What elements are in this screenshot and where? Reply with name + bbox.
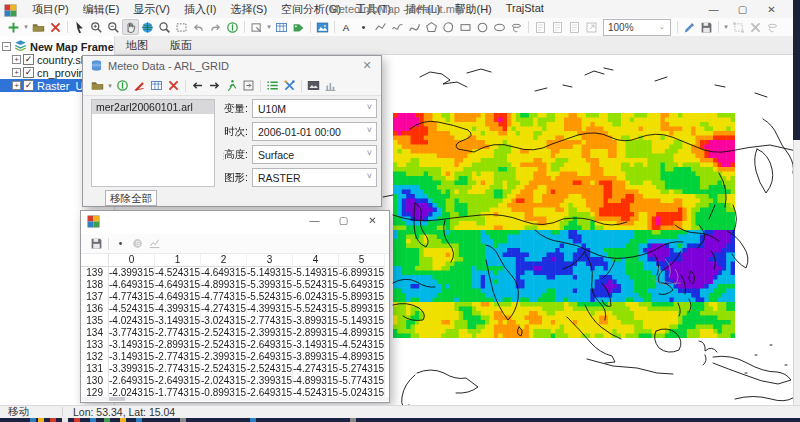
minimize-button[interactable]: —: [699, 0, 728, 18]
table-cell[interactable]: -5.774315: [339, 375, 385, 387]
table-cell[interactable]: -4.899315: [339, 327, 385, 339]
pan-hand-icon[interactable]: [122, 19, 139, 35]
table-cell[interactable]: -4.524315: [155, 267, 201, 279]
rectangle-icon[interactable]: [457, 19, 474, 35]
table-row[interactable]: 130-2.649315-2.649315-2.024315-2.399315-…: [81, 375, 389, 387]
table-row[interactable]: 137-4.774315-4.649315-4.774315-5.524315-…: [81, 291, 389, 303]
circle-icon[interactable]: [474, 19, 491, 35]
menu-item[interactable]: 显示(V): [126, 0, 177, 19]
close-button[interactable]: ✕: [757, 0, 786, 18]
table-cell[interactable]: -2.524315: [201, 339, 247, 351]
table-row[interactable]: 133-3.149315-2.899315-2.524315-2.649315-…: [81, 339, 389, 351]
dropdown-caret-icon[interactable]: ▾: [265, 23, 273, 31]
expander-icon[interactable]: −: [2, 42, 11, 51]
table-cell[interactable]: -3.149315: [109, 351, 155, 363]
column-header[interactable]: 2: [201, 253, 247, 267]
table-cell[interactable]: -2.649315: [155, 375, 201, 387]
table-cell[interactable]: -3.149315: [109, 339, 155, 351]
tab-layout[interactable]: 版面: [159, 36, 203, 55]
maximize-button[interactable]: ▢: [329, 211, 358, 229]
step-forward-icon[interactable]: [240, 78, 257, 94]
table-title-bar[interactable]: — ▢ ✕: [81, 211, 389, 234]
zoom-in-icon[interactable]: [88, 19, 105, 35]
minimize-button[interactable]: —: [300, 211, 329, 229]
save-icon[interactable]: [88, 236, 105, 252]
table-cell[interactable]: -2.399315: [201, 351, 247, 363]
table-cell[interactable]: -2.524315: [201, 363, 247, 375]
table-cell[interactable]: -4.649315: [155, 291, 201, 303]
table-cell[interactable]: -2.899315: [293, 327, 339, 339]
layer-checkbox[interactable]: ✓: [23, 67, 34, 78]
point-small-icon[interactable]: [112, 236, 129, 252]
identify-icon[interactable]: [224, 19, 241, 35]
edit-pencil-icon[interactable]: [681, 19, 698, 35]
page-icon[interactable]: [566, 19, 583, 35]
menu-item[interactable]: TrajStat: [499, 0, 551, 19]
table-cell[interactable]: -2.774315: [247, 315, 293, 327]
table-cell[interactable]: -5.149315: [339, 315, 385, 327]
lasso-icon[interactable]: [508, 19, 525, 35]
table-row[interactable]: 131-3.399315-2.774315-2.524315-2.524315-…: [81, 363, 389, 375]
dropdown-caret-icon[interactable]: ▾: [22, 23, 30, 31]
time-combo[interactable]: 2006-01-01 00:00˅: [252, 122, 377, 141]
file-list-item[interactable]: mer2arl20060101.arl: [92, 100, 214, 114]
tree-root-map-frame[interactable]: −New Map Frame: [0, 40, 115, 53]
table-row[interactable]: 135-4.024315-3.149315-3.024315-2.774315-…: [81, 315, 389, 327]
table-cell[interactable]: -2.649315: [247, 351, 293, 363]
text-a-icon[interactable]: A: [338, 19, 355, 35]
row-header[interactable]: 138: [81, 279, 109, 291]
blob-icon[interactable]: [440, 19, 457, 35]
rect-select-icon[interactable]: [173, 19, 190, 35]
curve-icon[interactable]: [406, 19, 423, 35]
arrow-left-icon[interactable]: [189, 78, 206, 94]
tab-map[interactable]: 地图: [115, 36, 159, 55]
row-header[interactable]: 139: [81, 267, 109, 279]
draw-red-icon[interactable]: [131, 78, 148, 94]
table-cell[interactable]: -4.899315: [201, 279, 247, 291]
ellipse-icon[interactable]: [491, 19, 508, 35]
row-header[interactable]: 133: [81, 339, 109, 351]
row-header[interactable]: 137: [81, 291, 109, 303]
remove-all-button[interactable]: 移除全部: [105, 190, 157, 206]
menu-item[interactable]: 项目(P): [25, 0, 76, 19]
table-row[interactable]: 139-4.399315-4.524315-4.649315-5.149315-…: [81, 267, 389, 279]
select-box-icon[interactable]: [248, 19, 265, 35]
run-man-icon[interactable]: [223, 78, 240, 94]
table-cell[interactable]: -3.774315: [109, 327, 155, 339]
chevron-down-icon[interactable]: ˅: [367, 171, 372, 181]
variable-combo[interactable]: U10M˅: [252, 99, 377, 118]
table-cell[interactable]: -4.524315: [339, 339, 385, 351]
table-cell[interactable]: -2.649315: [247, 339, 293, 351]
table-cell[interactable]: -4.899315: [339, 351, 385, 363]
settings-tools-icon[interactable]: [281, 78, 298, 94]
table-cell[interactable]: -5.149315: [293, 267, 339, 279]
column-header[interactable]: 1: [155, 253, 201, 267]
layer-checkbox[interactable]: ✓: [23, 54, 34, 65]
transform-gray-icon[interactable]: [730, 19, 747, 35]
expander-icon[interactable]: +: [12, 68, 21, 77]
row-header[interactable]: 135: [81, 315, 109, 327]
line-chart-gray-icon[interactable]: [146, 236, 163, 252]
table-cell[interactable]: -5.274315: [339, 363, 385, 375]
s-circle-icon[interactable]: S: [129, 236, 146, 252]
level-combo[interactable]: Surface˅: [252, 145, 377, 164]
table-row[interactable]: 136-4.524315-4.399315-4.274315-4.399315-…: [81, 303, 389, 315]
menu-item[interactable]: 编辑(E): [76, 0, 127, 19]
identify-icon[interactable]: [114, 78, 131, 94]
row-header[interactable]: 134: [81, 327, 109, 339]
table-cell[interactable]: -4.399315: [155, 303, 201, 315]
table-cell[interactable]: -2.649315: [109, 375, 155, 387]
table-cell[interactable]: -5.524315: [247, 291, 293, 303]
chevron-down-icon[interactable]: ˅: [367, 102, 372, 112]
dialog-title-bar[interactable]: Meteo Data - ARL_GRID ✕: [83, 56, 381, 76]
add-layer-icon[interactable]: [5, 19, 22, 35]
file-list[interactable]: mer2arl20060101.arl: [91, 99, 215, 187]
table-cell[interactable]: -2.899315: [155, 339, 201, 351]
remove-gray-icon[interactable]: [747, 19, 764, 35]
scrollbar-thumb[interactable]: [109, 397, 125, 401]
remove-layer-icon[interactable]: [47, 19, 64, 35]
table-cell[interactable]: -2.774315: [155, 351, 201, 363]
horizontal-scrollbar[interactable]: [81, 397, 389, 401]
table-cell[interactable]: -4.274315: [201, 303, 247, 315]
page-icon[interactable]: [549, 19, 566, 35]
